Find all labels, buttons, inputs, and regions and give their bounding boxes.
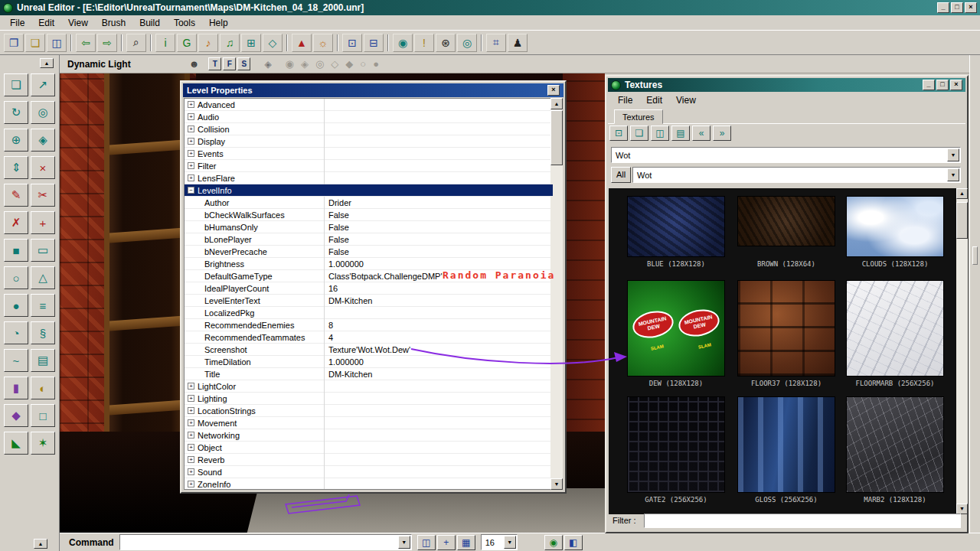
expand-icon[interactable]: + [188, 456, 194, 463]
expand-icon[interactable]: + [188, 419, 194, 426]
dropdown-icon[interactable]: ▼ [504, 536, 516, 549]
menu-item[interactable]: Help [202, 16, 235, 30]
sphere-brush-tool[interactable]: ● [4, 294, 28, 317]
log-window-button[interactable]: ◫ [417, 535, 436, 550]
transform-permanently-tool[interactable]: × [31, 156, 55, 179]
textures-maximize-button[interactable]: □ [936, 80, 949, 90]
texture-thumb-dew[interactable]: MOUNTAIN DEW MOUNTAIN DEW SLAM SLAM [627, 280, 725, 377]
terrain-brush-tool[interactable]: ~ [4, 349, 28, 372]
expand-icon[interactable]: + [188, 395, 194, 402]
all-groups-button[interactable]: All [611, 167, 631, 183]
open-package-button[interactable]: ❏ [630, 126, 648, 141]
texture-browser-button[interactable]: ⊞ [241, 34, 261, 52]
texture-thumb-marb2[interactable] [846, 396, 944, 493]
curved-stairs-brush-tool[interactable]: ◔ [4, 321, 28, 344]
open-map-button[interactable]: ❏ [25, 34, 45, 52]
property-group-row[interactable]: + Events [185, 148, 553, 160]
property-row[interactable]: IdealPlayerCount 16 [185, 282, 553, 295]
expand-icon[interactable]: + [188, 481, 194, 487]
menu-item[interactable]: View [669, 93, 703, 107]
brush-clip-tool[interactable]: ✂ [31, 184, 55, 207]
scroll-thumb[interactable] [550, 110, 563, 165]
texture-thumb-blue[interactable] [627, 196, 725, 257]
grid-size-combobox[interactable]: 16 ▼ [481, 534, 518, 550]
maximize-viewport-button[interactable]: ◧ [564, 535, 583, 550]
property-row[interactable]: RecommendedEnemies 8 [185, 319, 553, 331]
next-group-button[interactable]: » [713, 126, 731, 141]
rotation-grid-button[interactable]: ◉ [544, 535, 563, 550]
free-look-tool[interactable]: ◎ [31, 101, 55, 124]
scroll-up-icon[interactable]: ▲ [550, 98, 563, 109]
cylinder-brush-tool[interactable]: ○ [4, 266, 28, 289]
property-group-row[interactable]: + Movement [185, 417, 553, 429]
property-group-row[interactable]: + Collision [185, 123, 553, 135]
property-value[interactable]: Class'Botpack.ChallengeDMP' [324, 272, 443, 281]
property-value[interactable]: False [324, 235, 349, 244]
scale-actor-tool[interactable]: ⇕ [4, 156, 28, 179]
property-row[interactable]: LevelEnterText DM-Kitchen [185, 295, 553, 307]
actor-class-browser-button[interactable]: i [155, 34, 175, 52]
group-combobox[interactable]: Wot ▼ [632, 167, 961, 183]
texture-thumb-floor37[interactable] [737, 280, 835, 377]
property-group-row[interactable]: + Reverb [185, 454, 553, 466]
add-light-button[interactable]: ! [414, 34, 434, 52]
property-group-row[interactable]: + LensFlare [185, 172, 553, 184]
expand-icon[interactable]: + [188, 162, 194, 169]
scroll-thumb[interactable] [956, 202, 968, 239]
property-group-row[interactable]: + Object [185, 442, 553, 454]
subtract-brush-tool[interactable]: ◐ [31, 377, 55, 399]
spiral-stairs-brush-tool[interactable]: § [31, 321, 55, 344]
dropdown-icon[interactable]: ▼ [947, 148, 959, 161]
cone-brush-tool[interactable]: △ [31, 266, 55, 289]
dialog-title-bar[interactable]: Level Properties × [183, 83, 564, 97]
property-group-row[interactable]: + Networking [185, 429, 553, 442]
expand-icon[interactable]: + [188, 113, 194, 120]
property-row[interactable]: RecommendedTeammates 4 [185, 331, 553, 344]
texture-thumb-brown[interactable] [737, 196, 835, 246]
move-actor-tool[interactable]: ⊕ [4, 129, 28, 152]
snap-vertex-tool[interactable]: ● [373, 58, 379, 70]
property-value[interactable]: Drider [324, 198, 351, 207]
command-combobox[interactable]: ▼ [119, 534, 412, 550]
find-actor-button[interactable]: ⌕ [126, 34, 146, 52]
menu-item[interactable]: Edit [31, 16, 61, 30]
play-test-button[interactable]: ◎ [457, 34, 477, 52]
property-row[interactable]: LocalizedPkg [185, 307, 553, 319]
property-group-row[interactable]: + Advanced [185, 99, 553, 111]
deintersect-brush-tool[interactable]: □ [31, 404, 55, 427]
expand-icon[interactable]: + [188, 407, 194, 414]
texture-thumb-gate2[interactable] [627, 396, 725, 493]
collapse-icon[interactable]: − [188, 187, 194, 194]
redo-button[interactable]: ⇨ [97, 34, 117, 52]
property-value[interactable]: DM-Kitchen [324, 296, 372, 305]
textures-title-bar[interactable]: Textures _ □ × [608, 78, 965, 92]
command-input[interactable] [124, 535, 411, 549]
property-value[interactable]: 1.000000 [324, 357, 364, 367]
intersect-brush-tool[interactable]: ◆ [4, 404, 28, 427]
property-group-row[interactable]: + ZoneInfo [185, 478, 553, 490]
build-lighting-button[interactable]: ☼ [313, 34, 333, 52]
expand-icon[interactable]: + [188, 432, 194, 439]
title-bar[interactable]: Unreal Editor - [E:\Editor\UnrealTournam… [0, 0, 980, 15]
expand-icon[interactable]: + [188, 138, 194, 145]
texture-scale-tool[interactable]: ◎ [315, 58, 324, 70]
dock-toggle-button[interactable]: ⊡ [609, 126, 628, 141]
menu-item[interactable]: Brush [95, 16, 132, 30]
music-browser-button[interactable]: ♪ [198, 34, 218, 52]
property-row[interactable]: bCheckWalkSurfaces False [185, 209, 553, 221]
property-group-row[interactable]: + Audio [185, 111, 553, 123]
texture-scrollbar[interactable]: ▲ ▼ [956, 188, 968, 514]
dropdown-icon[interactable]: ▼ [947, 168, 959, 181]
expand-icon[interactable]: + [188, 101, 194, 108]
add-special-brush-tool[interactable]: ◣ [4, 432, 28, 455]
expand-icon[interactable]: + [188, 174, 194, 181]
2d-shape-editor-button[interactable]: ⊡ [342, 34, 362, 52]
property-row[interactable]: bNeverPrecache False [185, 246, 553, 258]
property-value[interactable]: False [324, 210, 349, 220]
property-value[interactable]: DM-Kitchen [324, 370, 372, 379]
dropdown-icon[interactable]: ▼ [398, 536, 410, 549]
menu-item[interactable]: Build [132, 16, 167, 30]
camera-mode-tool[interactable]: ❏ [4, 73, 28, 96]
texture-thumb-floormarb[interactable] [846, 280, 944, 377]
property-group-row[interactable]: + Display [185, 135, 553, 148]
